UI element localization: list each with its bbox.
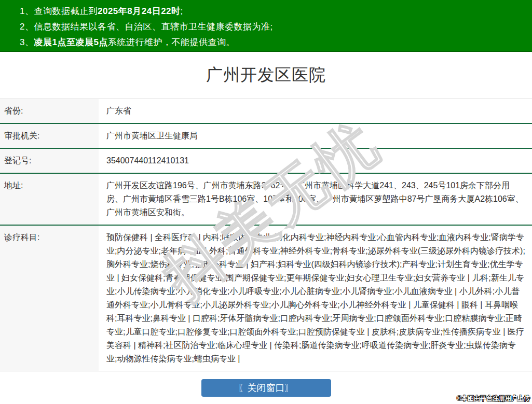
title-section: 广州开发区医院 bbox=[0, 52, 532, 99]
notice-text: 查询数据截止到 bbox=[34, 6, 98, 16]
field-label: 省份: bbox=[0, 99, 99, 123]
image-credit: ©本图由平台注册用户上传 bbox=[457, 394, 530, 403]
info-table: 省份: 广东省 审批机关: 广州市黄埔区卫生健康局 登记号: 354007440… bbox=[0, 99, 532, 371]
table-row-medical-subjects: 诊疗科目: 预防保健科 | 全科医疗科 | 内科;呼吸内科专业;消化内科专业;神… bbox=[0, 226, 532, 371]
field-value: 广州市黄埔区卫生健康局 bbox=[99, 124, 532, 148]
notice-banner: 1、查询数据截止到2025年8月24日22时; 2、信息数据结果以各省、自治区、… bbox=[0, 0, 532, 52]
notice-text: 系统进行维护，不能提供查询。 bbox=[108, 37, 235, 47]
notice-number: 3、 bbox=[20, 37, 34, 47]
notice-item: 3、凌晨1点至凌晨5点系统进行维护，不能提供查询。 bbox=[0, 35, 532, 50]
notice-bold-text: 凌晨1点至凌晨5点 bbox=[34, 37, 107, 47]
field-value: 预防保健科 | 全科医疗科 | 内科;呼吸内科专业;消化内科专业;神经内科专业;… bbox=[99, 226, 532, 371]
field-label: 地址: bbox=[0, 174, 99, 225]
notice-bold-text: 2025年8月24日22时 bbox=[98, 6, 181, 16]
close-window-button[interactable]: 〖关闭窗口〗 bbox=[201, 379, 331, 397]
table-row-approval-authority: 审批机关: 广州市黄埔区卫生健康局 bbox=[0, 124, 532, 149]
table-row-province: 省份: 广东省 bbox=[0, 99, 532, 124]
notice-text: 信息数据结果以各省、自治区、直辖市卫生健康委数据为准; bbox=[34, 22, 272, 32]
field-value: 354007440112410131 bbox=[99, 149, 532, 173]
field-label: 登记号: bbox=[0, 149, 99, 173]
field-label: 审批机关: bbox=[0, 124, 99, 148]
field-value: 广东省 bbox=[99, 99, 532, 123]
notice-text: ; bbox=[181, 6, 183, 16]
page-title: 广州开发区医院 bbox=[206, 64, 326, 87]
field-label: 诊疗科目: bbox=[0, 226, 99, 371]
field-value: 广州开发区友谊路196号、广州市黄埔东路3762号、广州市黄埔区科学大道241、… bbox=[99, 174, 532, 225]
notice-item: 1、查询数据截止到2025年8月24日22时; bbox=[0, 4, 532, 19]
notice-number: 2、 bbox=[20, 22, 34, 32]
notice-number: 1、 bbox=[20, 6, 34, 16]
table-row-address: 地址: 广州开发区友谊路196号、广州市黄埔东路3762号、广州市黄埔区科学大道… bbox=[0, 174, 532, 226]
button-area: 〖关闭窗口〗 bbox=[0, 379, 532, 397]
notice-item: 2、信息数据结果以各省、自治区、直辖市卫生健康委数据为准; bbox=[0, 19, 532, 35]
table-row-registration-number: 登记号: 354007440112410131 bbox=[0, 149, 532, 174]
